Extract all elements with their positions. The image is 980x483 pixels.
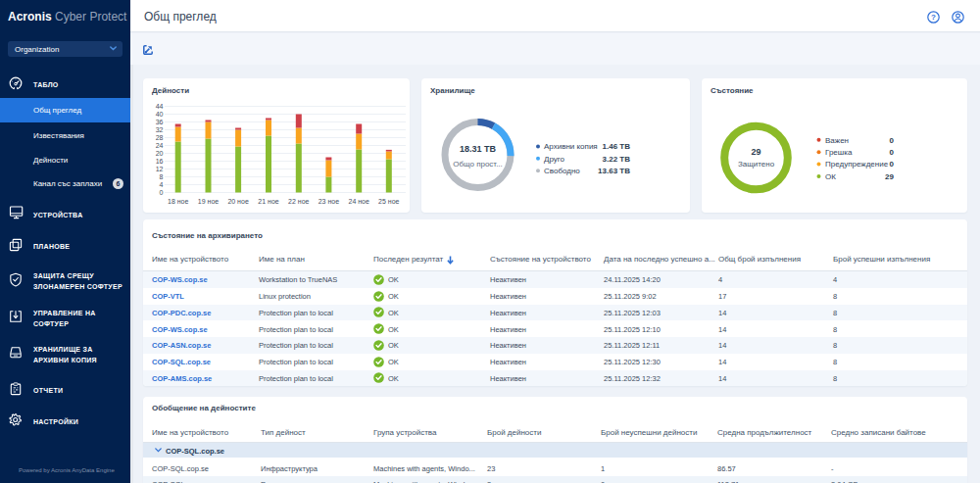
svg-text:12: 12 — [156, 166, 164, 172]
svg-text:0: 0 — [890, 136, 895, 145]
svg-text:25 ное: 25 ное — [378, 198, 399, 205]
svg-text:19 ное: 19 ное — [198, 198, 219, 205]
svg-text:8: 8 — [160, 173, 164, 180]
svg-text:4: 4 — [160, 181, 164, 188]
svg-text:Друго: Друго — [544, 155, 565, 164]
svg-text:?: ? — [931, 13, 936, 22]
svg-text:Защитено: Защитено — [738, 160, 775, 169]
svg-text:1.46 TB: 1.46 TB — [603, 142, 631, 151]
svg-text:Предупреждение: Предупреждение — [825, 160, 889, 169]
svg-text:18 ное: 18 ное — [168, 198, 188, 205]
svg-text:24 ное: 24 ное — [349, 198, 369, 205]
svg-text:Важен: Важен — [825, 136, 849, 145]
svg-text:20 ное: 20 ное — [227, 198, 248, 205]
svg-text:29: 29 — [885, 172, 894, 181]
svg-text:ОК: ОК — [825, 172, 836, 181]
svg-text:0: 0 — [890, 148, 895, 157]
svg-text:29: 29 — [751, 147, 760, 157]
svg-text:32: 32 — [156, 126, 164, 133]
svg-text:22 ное: 22 ное — [288, 198, 309, 205]
svg-text:16: 16 — [156, 158, 164, 165]
svg-text:24: 24 — [156, 142, 164, 149]
svg-text:23 ное: 23 ное — [318, 198, 339, 205]
svg-text:21 ное: 21 ное — [258, 198, 278, 205]
svg-text:Свободно: Свободно — [544, 167, 580, 175]
svg-text:20: 20 — [156, 150, 164, 157]
svg-text:Архивни копия: Архивни копия — [544, 142, 598, 151]
svg-text:0: 0 — [890, 160, 895, 169]
svg-text:Общо прост...: Общо прост... — [453, 160, 503, 169]
svg-text:0: 0 — [160, 189, 164, 196]
svg-text:13.63 TB: 13.63 TB — [598, 167, 630, 175]
svg-text:18.31 TB: 18.31 TB — [460, 144, 497, 154]
svg-text:Грешка: Грешка — [825, 148, 853, 157]
svg-text:40: 40 — [156, 111, 164, 118]
svg-text:28: 28 — [156, 134, 164, 141]
svg-text:44: 44 — [156, 103, 164, 110]
svg-text:3.22 TB: 3.22 TB — [603, 155, 631, 164]
svg-text:36: 36 — [156, 119, 164, 125]
